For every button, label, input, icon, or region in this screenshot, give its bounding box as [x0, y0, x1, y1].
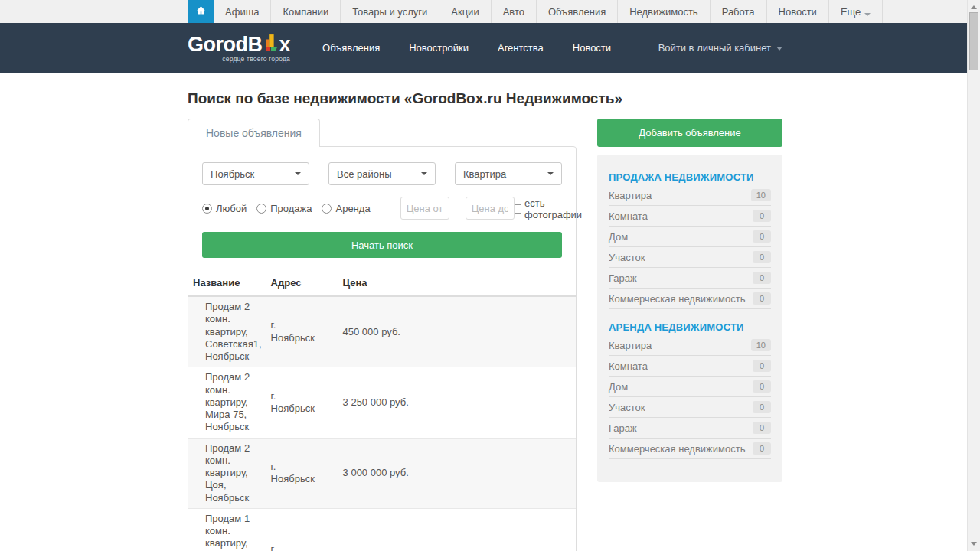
sidebar-item-label: Квартира	[609, 340, 652, 351]
scroll-thumb[interactable]	[969, 12, 978, 70]
sidebar-item[interactable]: Комната 0	[609, 356, 771, 377]
home-button[interactable]	[188, 0, 214, 23]
listing-price: 3 000 000 руб.	[338, 438, 576, 508]
sidebar-item[interactable]: Гараж 0	[609, 418, 771, 439]
sidebar-item[interactable]: Коммерческая недвижимость 0	[609, 289, 771, 309]
chevron-down-icon	[295, 172, 301, 175]
sidebar-item[interactable]: Коммерческая недвижимость 0	[609, 439, 771, 459]
sidebar-item[interactable]: Участок 0	[609, 397, 771, 418]
topbar-item[interactable]: Товары и услуги	[341, 0, 439, 23]
logo-text-left: GorodB	[188, 34, 263, 54]
count-badge: 0	[753, 442, 771, 455]
search-column: Новые объявления Ноябрьск Все районы	[188, 119, 577, 551]
sidebar-item[interactable]: Дом 0	[609, 227, 771, 247]
sidebar-item-label: Гараж	[609, 272, 637, 284]
sidebar-item[interactable]: Участок 0	[609, 247, 771, 268]
listing-address: г. Ноябрьск	[266, 367, 338, 438]
login-label: Войти в личный кабинет	[658, 42, 771, 54]
deal-type-radio[interactable]: Аренда	[322, 203, 370, 214]
topbar-item-label: Афиша	[225, 6, 259, 18]
deal-type-radio[interactable]: Любой	[202, 203, 247, 214]
topbar-item-label: Новости	[779, 6, 817, 18]
has-photos-checkbox[interactable]: есть фотографии	[514, 197, 584, 220]
logo-text-right: x	[279, 34, 291, 54]
building-icon	[263, 34, 279, 55]
topbar-item-label: Недвижимость	[629, 6, 697, 18]
count-badge: 0	[753, 210, 771, 222]
column-header: Цена	[338, 270, 576, 296]
topbar-item[interactable]: Афиша	[214, 0, 271, 23]
topbar-item-label: Объявления	[548, 6, 606, 18]
rent-section-items: Квартира 10 Комната 0 Дом 0	[609, 335, 771, 459]
radio-label: Продажа	[270, 203, 312, 214]
scroll-down-button[interactable]	[971, 542, 977, 546]
listing-name[interactable]: Продам 2 комн. квартиру, Цоя, Ноябрьск	[188, 438, 266, 508]
header-nav-item[interactable]: Новостройки	[409, 42, 469, 54]
tab-new-listings[interactable]: Новые объявления	[188, 119, 320, 147]
topbar-item[interactable]: Еще	[829, 0, 883, 23]
property-type-select[interactable]: Квартира	[455, 162, 562, 185]
listing-name[interactable]: Продам 2 комн. квартиру, Советская1, Ноя…	[188, 296, 266, 367]
checkbox-icon	[514, 204, 521, 214]
topbar-item-label: Еще	[841, 6, 861, 18]
count-badge: 10	[751, 189, 771, 201]
table-row[interactable]: Продам 1 комн. квартиру, ул. Советская, …	[188, 508, 576, 551]
property-type-select-value: Квартира	[463, 168, 547, 180]
district-select[interactable]: Все районы	[328, 162, 436, 185]
deal-type-radio[interactable]: Продажа	[256, 203, 312, 214]
table-row[interactable]: Продам 2 комн. квартиру, Советская1, Ноя…	[188, 296, 576, 367]
listing-name[interactable]: Продам 2 комн. квартиру, Мира 75, Ноябрь…	[188, 367, 266, 438]
column-header: Название	[188, 270, 266, 296]
scroll-up-button[interactable]	[971, 5, 977, 9]
topbar-item[interactable]: Работа	[710, 0, 767, 23]
header-nav-item[interactable]: Новости	[573, 42, 611, 54]
logo-tagline: сердце твоего города	[188, 55, 290, 63]
listing-address: г. Ноябрьск	[266, 296, 338, 367]
radio-icon	[322, 204, 332, 214]
count-badge: 0	[753, 251, 771, 263]
login-button[interactable]: Войти в личный кабинет	[658, 42, 782, 54]
count-badge: 0	[753, 422, 771, 434]
radio-icon	[202, 204, 212, 214]
scrollbar[interactable]	[967, 0, 980, 551]
sidebar-item[interactable]: Квартира 10	[609, 335, 771, 356]
radio-label: Аренда	[335, 203, 370, 214]
sidebar-item-label: Коммерческая недвижимость	[609, 443, 745, 455]
header-nav: Объявления Новостройки Агентства Новости	[322, 42, 640, 54]
listing-price: 3 250 000 руб.	[338, 367, 576, 438]
topbar-item-label: Авто	[503, 6, 524, 18]
topbar-item[interactable]: Недвижимость	[618, 0, 710, 23]
count-badge: 0	[753, 272, 771, 284]
has-photos-label: есть фотографии	[524, 197, 584, 220]
topbar-item[interactable]: Компании	[271, 0, 341, 23]
topbar-item[interactable]: Авто	[492, 0, 537, 23]
deal-type-radios: Любой Продажа Аренда	[202, 203, 381, 214]
count-badge: 0	[753, 360, 771, 372]
main-header: GorodB x сердце твоего города Объявления…	[0, 23, 980, 73]
add-listing-button[interactable]: Добавить объявление	[597, 119, 782, 147]
top-service-bar: Афиша Компании Товары и услуги Акции Авт…	[0, 0, 980, 23]
header-nav-item[interactable]: Агентства	[498, 42, 544, 54]
sidebar-item[interactable]: Комната 0	[609, 206, 771, 227]
topbar-item[interactable]: Объявления	[537, 0, 618, 23]
city-select[interactable]: Ноябрьск	[202, 162, 309, 185]
sidebar-item-label: Участок	[609, 402, 645, 413]
count-badge: 10	[751, 339, 771, 351]
topbar-item[interactable]: Акции	[439, 0, 491, 23]
price-from-input[interactable]	[400, 197, 449, 220]
search-button[interactable]: Начать поиск	[202, 232, 562, 258]
sidebar-item[interactable]: Дом 0	[609, 377, 771, 397]
page-title: Поиск по базе недвижимости «GorodBox.ru …	[188, 90, 796, 107]
listing-name[interactable]: Продам 1 комн. квартиру, ул. Советская, …	[188, 508, 266, 551]
topbar-item[interactable]: Новости	[767, 0, 829, 23]
price-to-input[interactable]	[466, 197, 514, 220]
table-row[interactable]: Продам 2 комн. квартиру, Цоя, Ноябрьск г…	[188, 438, 576, 508]
sidebar-item[interactable]: Гараж 0	[609, 268, 771, 289]
logo[interactable]: GorodB x сердце твоего города	[188, 34, 290, 63]
table-row[interactable]: Продам 2 комн. квартиру, Мира 75, Ноябрь…	[188, 367, 576, 438]
sidebar-item[interactable]: Квартира 10	[609, 185, 771, 206]
results-table: Название Адрес Цена Продам 2 комн. кварт…	[188, 270, 576, 551]
header-nav-item[interactable]: Объявления	[322, 42, 380, 54]
home-icon	[196, 5, 206, 18]
sidebar-item-label: Коммерческая недвижимость	[609, 293, 745, 305]
